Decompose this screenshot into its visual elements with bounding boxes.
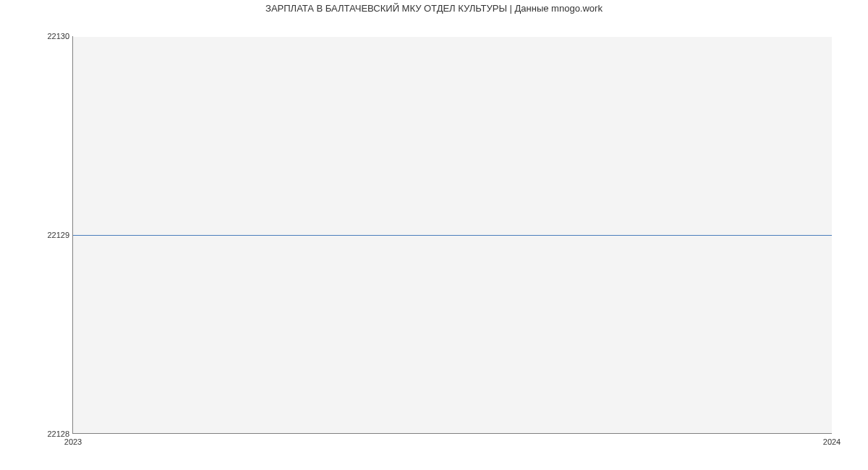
chart-container: ЗАРПЛАТА В БАЛТАЧЕВСКИЙ МКУ ОТДЕЛ КУЛЬТУ… (0, 0, 868, 470)
x-tick-label: 2023 (64, 437, 82, 446)
plot-area: 2023 2024 (72, 36, 832, 434)
gridline (73, 36, 832, 37)
y-tick-label: 22130 (47, 32, 69, 40)
y-tick-label: 22129 (47, 231, 69, 239)
data-line (73, 235, 832, 236)
x-tick-label: 2024 (823, 437, 841, 446)
y-axis-ticks: 22130 22129 22128 (0, 36, 71, 434)
chart-title: ЗАРПЛАТА В БАЛТАЧЕВСКИЙ МКУ ОТДЕЛ КУЛЬТУ… (0, 3, 868, 14)
